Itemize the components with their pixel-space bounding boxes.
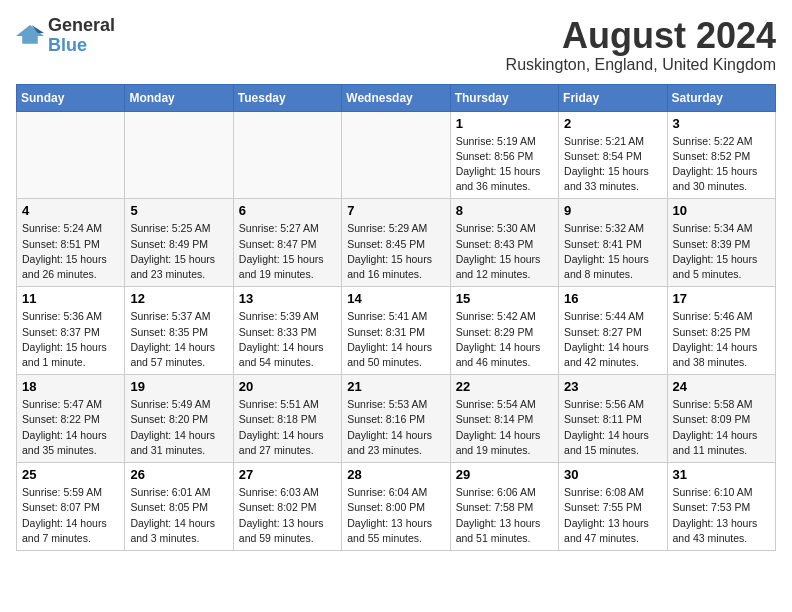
calendar-week-1: 1Sunrise: 5:19 AM Sunset: 8:56 PM Daylig… [17, 111, 776, 199]
calendar-day-16: 16Sunrise: 5:44 AM Sunset: 8:27 PM Dayli… [559, 287, 667, 375]
day-info: Sunrise: 5:27 AM Sunset: 8:47 PM Dayligh… [239, 221, 336, 282]
day-number: 25 [22, 467, 119, 482]
day-info: Sunrise: 6:10 AM Sunset: 7:53 PM Dayligh… [673, 485, 770, 546]
day-info: Sunrise: 5:54 AM Sunset: 8:14 PM Dayligh… [456, 397, 553, 458]
day-info: Sunrise: 5:46 AM Sunset: 8:25 PM Dayligh… [673, 309, 770, 370]
calendar-day-empty [17, 111, 125, 199]
day-number: 29 [456, 467, 553, 482]
calendar-day-empty [125, 111, 233, 199]
calendar-week-3: 11Sunrise: 5:36 AM Sunset: 8:37 PM Dayli… [17, 287, 776, 375]
calendar-day-5: 5Sunrise: 5:25 AM Sunset: 8:49 PM Daylig… [125, 199, 233, 287]
calendar-day-4: 4Sunrise: 5:24 AM Sunset: 8:51 PM Daylig… [17, 199, 125, 287]
calendar-day-10: 10Sunrise: 5:34 AM Sunset: 8:39 PM Dayli… [667, 199, 775, 287]
calendar-day-31: 31Sunrise: 6:10 AM Sunset: 7:53 PM Dayli… [667, 463, 775, 551]
day-info: Sunrise: 6:01 AM Sunset: 8:05 PM Dayligh… [130, 485, 227, 546]
day-number: 17 [673, 291, 770, 306]
day-number: 5 [130, 203, 227, 218]
calendar-day-11: 11Sunrise: 5:36 AM Sunset: 8:37 PM Dayli… [17, 287, 125, 375]
weekday-header-monday: Monday [125, 84, 233, 111]
weekday-header-sunday: Sunday [17, 84, 125, 111]
day-info: Sunrise: 6:06 AM Sunset: 7:58 PM Dayligh… [456, 485, 553, 546]
calendar-day-23: 23Sunrise: 5:56 AM Sunset: 8:11 PM Dayli… [559, 375, 667, 463]
day-number: 9 [564, 203, 661, 218]
calendar-day-17: 17Sunrise: 5:46 AM Sunset: 8:25 PM Dayli… [667, 287, 775, 375]
day-number: 22 [456, 379, 553, 394]
weekday-header-wednesday: Wednesday [342, 84, 450, 111]
calendar-day-30: 30Sunrise: 6:08 AM Sunset: 7:55 PM Dayli… [559, 463, 667, 551]
day-number: 15 [456, 291, 553, 306]
day-info: Sunrise: 5:59 AM Sunset: 8:07 PM Dayligh… [22, 485, 119, 546]
day-info: Sunrise: 5:58 AM Sunset: 8:09 PM Dayligh… [673, 397, 770, 458]
logo-icon [16, 22, 44, 50]
svg-marker-0 [16, 25, 44, 44]
day-info: Sunrise: 6:08 AM Sunset: 7:55 PM Dayligh… [564, 485, 661, 546]
logo-text-general: General [48, 16, 115, 36]
day-info: Sunrise: 5:32 AM Sunset: 8:41 PM Dayligh… [564, 221, 661, 282]
day-info: Sunrise: 6:04 AM Sunset: 8:00 PM Dayligh… [347, 485, 444, 546]
calendar-day-14: 14Sunrise: 5:41 AM Sunset: 8:31 PM Dayli… [342, 287, 450, 375]
day-number: 30 [564, 467, 661, 482]
day-number: 13 [239, 291, 336, 306]
calendar-day-25: 25Sunrise: 5:59 AM Sunset: 8:07 PM Dayli… [17, 463, 125, 551]
day-info: Sunrise: 5:36 AM Sunset: 8:37 PM Dayligh… [22, 309, 119, 370]
day-info: Sunrise: 5:24 AM Sunset: 8:51 PM Dayligh… [22, 221, 119, 282]
calendar-day-8: 8Sunrise: 5:30 AM Sunset: 8:43 PM Daylig… [450, 199, 558, 287]
weekday-header-row: SundayMondayTuesdayWednesdayThursdayFrid… [17, 84, 776, 111]
title-area: August 2024 Ruskington, England, United … [506, 16, 776, 74]
calendar-table: SundayMondayTuesdayWednesdayThursdayFrid… [16, 84, 776, 551]
calendar-day-18: 18Sunrise: 5:47 AM Sunset: 8:22 PM Dayli… [17, 375, 125, 463]
day-number: 11 [22, 291, 119, 306]
day-number: 4 [22, 203, 119, 218]
calendar-week-2: 4Sunrise: 5:24 AM Sunset: 8:51 PM Daylig… [17, 199, 776, 287]
day-info: Sunrise: 5:51 AM Sunset: 8:18 PM Dayligh… [239, 397, 336, 458]
calendar-day-3: 3Sunrise: 5:22 AM Sunset: 8:52 PM Daylig… [667, 111, 775, 199]
day-number: 1 [456, 116, 553, 131]
calendar-day-2: 2Sunrise: 5:21 AM Sunset: 8:54 PM Daylig… [559, 111, 667, 199]
day-info: Sunrise: 5:30 AM Sunset: 8:43 PM Dayligh… [456, 221, 553, 282]
month-year-title: August 2024 [506, 16, 776, 56]
day-info: Sunrise: 5:42 AM Sunset: 8:29 PM Dayligh… [456, 309, 553, 370]
logo: General Blue [16, 16, 115, 56]
calendar-week-4: 18Sunrise: 5:47 AM Sunset: 8:22 PM Dayli… [17, 375, 776, 463]
day-number: 28 [347, 467, 444, 482]
day-number: 20 [239, 379, 336, 394]
day-number: 21 [347, 379, 444, 394]
day-info: Sunrise: 5:29 AM Sunset: 8:45 PM Dayligh… [347, 221, 444, 282]
weekday-header-saturday: Saturday [667, 84, 775, 111]
day-number: 2 [564, 116, 661, 131]
calendar-day-28: 28Sunrise: 6:04 AM Sunset: 8:00 PM Dayli… [342, 463, 450, 551]
day-info: Sunrise: 5:34 AM Sunset: 8:39 PM Dayligh… [673, 221, 770, 282]
calendar-day-7: 7Sunrise: 5:29 AM Sunset: 8:45 PM Daylig… [342, 199, 450, 287]
day-info: Sunrise: 5:47 AM Sunset: 8:22 PM Dayligh… [22, 397, 119, 458]
day-number: 26 [130, 467, 227, 482]
page-header: General Blue August 2024 Ruskington, Eng… [16, 16, 776, 74]
day-info: Sunrise: 5:49 AM Sunset: 8:20 PM Dayligh… [130, 397, 227, 458]
weekday-header-friday: Friday [559, 84, 667, 111]
day-number: 23 [564, 379, 661, 394]
calendar-day-26: 26Sunrise: 6:01 AM Sunset: 8:05 PM Dayli… [125, 463, 233, 551]
calendar-day-empty [233, 111, 341, 199]
day-info: Sunrise: 5:25 AM Sunset: 8:49 PM Dayligh… [130, 221, 227, 282]
day-number: 16 [564, 291, 661, 306]
calendar-week-5: 25Sunrise: 5:59 AM Sunset: 8:07 PM Dayli… [17, 463, 776, 551]
calendar-day-1: 1Sunrise: 5:19 AM Sunset: 8:56 PM Daylig… [450, 111, 558, 199]
calendar-day-20: 20Sunrise: 5:51 AM Sunset: 8:18 PM Dayli… [233, 375, 341, 463]
day-number: 6 [239, 203, 336, 218]
calendar-day-15: 15Sunrise: 5:42 AM Sunset: 8:29 PM Dayli… [450, 287, 558, 375]
day-info: Sunrise: 5:22 AM Sunset: 8:52 PM Dayligh… [673, 134, 770, 195]
calendar-day-9: 9Sunrise: 5:32 AM Sunset: 8:41 PM Daylig… [559, 199, 667, 287]
day-number: 27 [239, 467, 336, 482]
day-number: 19 [130, 379, 227, 394]
calendar-day-19: 19Sunrise: 5:49 AM Sunset: 8:20 PM Dayli… [125, 375, 233, 463]
day-number: 3 [673, 116, 770, 131]
calendar-day-24: 24Sunrise: 5:58 AM Sunset: 8:09 PM Dayli… [667, 375, 775, 463]
day-info: Sunrise: 5:39 AM Sunset: 8:33 PM Dayligh… [239, 309, 336, 370]
day-info: Sunrise: 5:19 AM Sunset: 8:56 PM Dayligh… [456, 134, 553, 195]
calendar-day-22: 22Sunrise: 5:54 AM Sunset: 8:14 PM Dayli… [450, 375, 558, 463]
weekday-header-tuesday: Tuesday [233, 84, 341, 111]
weekday-header-thursday: Thursday [450, 84, 558, 111]
day-info: Sunrise: 5:44 AM Sunset: 8:27 PM Dayligh… [564, 309, 661, 370]
day-number: 7 [347, 203, 444, 218]
calendar-day-12: 12Sunrise: 5:37 AM Sunset: 8:35 PM Dayli… [125, 287, 233, 375]
day-number: 31 [673, 467, 770, 482]
